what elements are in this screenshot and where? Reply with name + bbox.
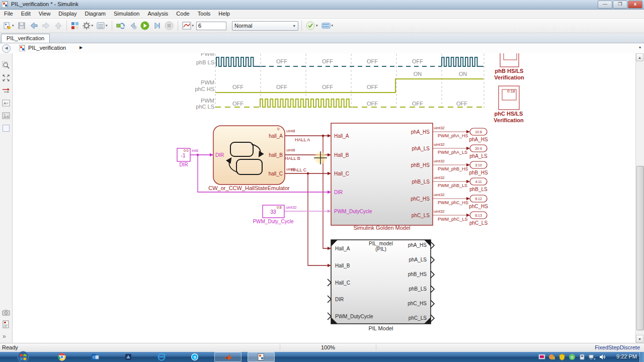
zoom-icon[interactable] <box>2 61 10 69</box>
build-button[interactable]: ▾ <box>320 20 335 32</box>
model-explorer-button[interactable]: ▾ <box>96 20 109 32</box>
menu-code[interactable]: Code <box>172 10 193 18</box>
scroll-up-icon[interactable]: ▲ <box>636 53 643 61</box>
phb-verification-block[interactable]: phB HS/LS Verification <box>494 53 524 80</box>
simulation-display-button[interactable]: ▾ <box>181 20 195 32</box>
green-check-icon <box>306 21 315 30</box>
run-button[interactable] <box>139 20 150 32</box>
phc-verification-block[interactable]: 0:18 phC HS/LS Verification <box>494 86 524 123</box>
sim-mode-select[interactable]: Normal ▼ <box>232 21 298 31</box>
menu-file[interactable]: File <box>0 10 17 18</box>
model-advisor-button[interactable]: ▾ <box>305 20 319 32</box>
canvas-palette: A= » <box>0 53 13 343</box>
taskbar-chrome[interactable] <box>48 352 75 362</box>
taskbar-clock[interactable]: 9:22 PM <box>616 353 637 359</box>
seg-label: OFF <box>232 84 244 90</box>
pwm-duty-constant-block[interactable]: 33 0:8 uint32 PWM_Duty_Cycle <box>253 205 297 224</box>
menu-edit[interactable]: Edit <box>17 10 35 18</box>
hide-browser-button[interactable]: ◀ <box>2 44 11 53</box>
crosshair-cursor <box>314 151 327 164</box>
annotation-icon[interactable]: A= <box>2 99 10 107</box>
pil-model-block[interactable]: PIL_model (PIL) Hall_A Hall_B Hall_C DIR… <box>328 240 434 331</box>
start-button[interactable] <box>17 351 29 362</box>
library-browser-button[interactable] <box>70 20 80 32</box>
palette-more-button[interactable]: » <box>3 333 6 340</box>
signal-routing-icon[interactable] <box>2 86 10 95</box>
step-forward-button[interactable] <box>152 20 162 32</box>
image-icon[interactable] <box>2 112 10 120</box>
taskbar-ie[interactable] <box>148 352 175 362</box>
back-button[interactable] <box>28 20 39 32</box>
up-button[interactable] <box>53 20 63 32</box>
scrollbar-thumb[interactable] <box>636 166 644 330</box>
block-label: Verification <box>494 74 524 80</box>
block-label: Simulink Golden Model <box>353 225 410 231</box>
model-canvas[interactable]: PWM phB LS PWM phC HS PWM phC LS OFF OFF… <box>13 53 636 343</box>
area-box-icon[interactable] <box>2 124 10 132</box>
wire-annotations: uint8 uint8 uint8 HALL A HALL B HALL C <box>285 129 310 172</box>
menu-analysis[interactable]: Analysis <box>143 10 172 18</box>
model-settings-button[interactable]: ▾ <box>82 20 95 32</box>
report-icon[interactable] <box>2 320 10 328</box>
save-button[interactable] <box>17 20 27 32</box>
dtype-label: uint8 <box>286 129 295 133</box>
menu-help[interactable]: Help <box>214 10 234 18</box>
simulink-window-icon <box>257 353 265 361</box>
menu-display[interactable]: Display <box>54 10 80 18</box>
simulink-window: PIL_verification * - Simulink — ❐ x File… <box>0 0 644 362</box>
stop-button[interactable] <box>164 20 175 32</box>
show-desktop-button[interactable] <box>639 352 644 362</box>
breadcrumb-model-name[interactable]: PIL_verification <box>28 45 66 51</box>
tray-speaker-icon[interactable] <box>599 353 606 360</box>
tray-shield-icon[interactable] <box>558 353 566 360</box>
taskbar-skype[interactable]: S <box>181 352 208 362</box>
block-label: CW_or_CCW_HallStateEmulator <box>208 185 290 191</box>
breadcrumb-dropdown-icon[interactable]: ▾ <box>639 45 641 50</box>
phc-ls-trace <box>215 99 484 107</box>
scroll-down-icon[interactable]: ▼ <box>636 335 643 343</box>
seg-label: OFF <box>412 58 423 64</box>
taskbar-outlook[interactable]: O <box>82 352 109 362</box>
restore-button[interactable]: ❐ <box>613 1 627 9</box>
constant-value: -1 <box>181 153 186 158</box>
output-port-label: phC_HS <box>408 301 427 306</box>
toolbar-separator <box>178 21 178 31</box>
svg-text:PWM_phA_LS: PWM_phA_LS <box>438 150 467 155</box>
tray-update-icon[interactable] <box>548 353 555 360</box>
taskbar-simulink-active[interactable] <box>248 352 275 362</box>
menu-view[interactable]: View <box>35 10 55 18</box>
sim-stop-time-input[interactable] <box>196 22 226 30</box>
breadcrumb-arrow-icon: ▶ <box>79 45 83 50</box>
tray-network-icon[interactable] <box>589 353 596 360</box>
forward-button[interactable] <box>41 20 52 32</box>
new-model-button[interactable]: ▾ <box>2 20 15 32</box>
zoom-level: 100% <box>280 344 376 350</box>
fit-to-view-icon[interactable] <box>2 74 10 82</box>
row-label: PWM <box>201 79 214 85</box>
tray-program-icon[interactable] <box>538 353 545 360</box>
tab-pil-verification[interactable]: PIL_verification <box>1 34 50 43</box>
chevron-down-icon: ▼ <box>292 24 296 28</box>
screenshot-icon[interactable] <box>2 309 10 317</box>
minimize-button[interactable]: — <box>598 1 612 9</box>
update-diagram-button[interactable] <box>115 20 126 32</box>
up-arrow-icon <box>54 22 62 30</box>
taskbar-app[interactable] <box>115 352 142 362</box>
menu-tools[interactable]: Tools <box>194 10 215 18</box>
svg-text:uint32: uint32 <box>434 209 445 214</box>
outport-label: phA_LS <box>469 153 488 159</box>
chart-output-port: hall_C <box>269 171 283 176</box>
outport-blocks[interactable]: 10:820:9 3:104:11 5:126:13 phA_HS phA_LS… <box>469 128 488 226</box>
taskbar-matlab[interactable] <box>214 352 242 362</box>
svg-text:PWM_phA_HS: PWM_phA_HS <box>438 133 468 138</box>
vertical-scrollbar[interactable]: ▲ ▼ <box>635 53 644 343</box>
hall-state-emulator-chart[interactable]: 0: DIR hall_A hall_B hall_C CW_or_CCW_Ha… <box>208 126 290 191</box>
close-button[interactable]: x <box>628 1 642 9</box>
step-back-button[interactable] <box>128 20 138 32</box>
dir-constant-block[interactable]: -1 0:0 int8 DIR <box>177 148 198 167</box>
tray-skype-icon[interactable]: S <box>569 353 576 360</box>
tray-usb-icon[interactable] <box>579 353 586 360</box>
menu-diagram[interactable]: Diagram <box>80 10 110 18</box>
simulink-golden-model-block[interactable]: Hall_A Hall_B Hall_C DIR PWM_DutyCycle p… <box>331 123 433 231</box>
menu-simulation[interactable]: Simulation <box>110 10 143 18</box>
